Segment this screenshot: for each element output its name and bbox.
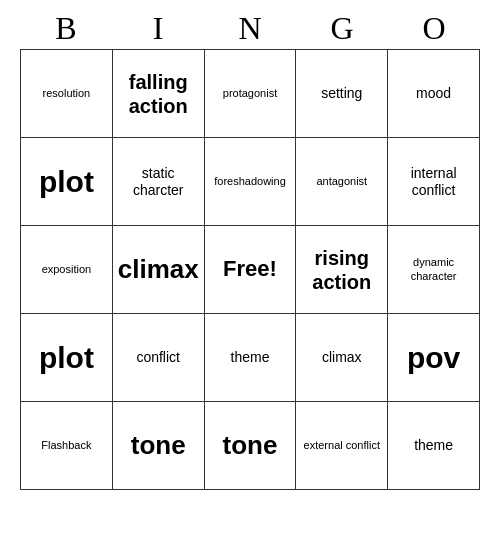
- cell-text: mood: [416, 85, 451, 102]
- bingo-cell: pov: [388, 314, 480, 402]
- bingo-cell: setting: [296, 50, 388, 138]
- cell-text: plot: [39, 340, 94, 376]
- bingo-cell: resolution: [21, 50, 113, 138]
- cell-text: falling action: [117, 70, 200, 118]
- bingo-cell: protagonist: [205, 50, 297, 138]
- bingo-cell: plot: [21, 314, 113, 402]
- cell-text: tone: [223, 430, 278, 461]
- cell-text: exposition: [42, 263, 92, 276]
- bingo-header: BINGO: [20, 10, 480, 47]
- header-letter: N: [204, 10, 296, 47]
- bingo-cell: external conflict: [296, 402, 388, 490]
- cell-text: antagonist: [316, 175, 367, 188]
- cell-text: resolution: [43, 87, 91, 100]
- bingo-cell: conflict: [113, 314, 205, 402]
- cell-text: theme: [414, 437, 453, 454]
- header-letter: B: [20, 10, 112, 47]
- bingo-cell: internal conflict: [388, 138, 480, 226]
- bingo-cell: antagonist: [296, 138, 388, 226]
- cell-text: protagonist: [223, 87, 277, 100]
- header-letter: I: [112, 10, 204, 47]
- cell-text: rising action: [300, 246, 383, 294]
- cell-text: static charcter: [117, 165, 200, 199]
- bingo-cell: dynamic character: [388, 226, 480, 314]
- bingo-cell: foreshadowing: [205, 138, 297, 226]
- bingo-cell: Free!: [205, 226, 297, 314]
- cell-text: tone: [131, 430, 186, 461]
- bingo-cell: climax: [113, 226, 205, 314]
- bingo-cell: tone: [113, 402, 205, 490]
- bingo-cell: exposition: [21, 226, 113, 314]
- cell-text: conflict: [136, 349, 180, 366]
- cell-text: climax: [118, 254, 199, 285]
- header-letter: O: [388, 10, 480, 47]
- bingo-cell: Flashback: [21, 402, 113, 490]
- bingo-cell: static charcter: [113, 138, 205, 226]
- bingo-cell: tone: [205, 402, 297, 490]
- bingo-cell: climax: [296, 314, 388, 402]
- bingo-cell: falling action: [113, 50, 205, 138]
- cell-text: external conflict: [304, 439, 380, 452]
- header-letter: G: [296, 10, 388, 47]
- cell-text: internal conflict: [392, 165, 475, 199]
- bingo-cell: plot: [21, 138, 113, 226]
- cell-text: plot: [39, 164, 94, 200]
- cell-text: pov: [407, 340, 460, 376]
- bingo-cell: theme: [388, 402, 480, 490]
- bingo-cell: theme: [205, 314, 297, 402]
- bingo-grid: resolutionfalling actionprotagonistsetti…: [20, 49, 480, 490]
- bingo-cell: mood: [388, 50, 480, 138]
- bingo-cell: rising action: [296, 226, 388, 314]
- cell-text: Free!: [223, 256, 277, 282]
- cell-text: dynamic character: [392, 256, 475, 282]
- cell-text: setting: [321, 85, 362, 102]
- cell-text: foreshadowing: [214, 175, 286, 188]
- cell-text: theme: [231, 349, 270, 366]
- cell-text: climax: [322, 349, 362, 366]
- cell-text: Flashback: [41, 439, 91, 452]
